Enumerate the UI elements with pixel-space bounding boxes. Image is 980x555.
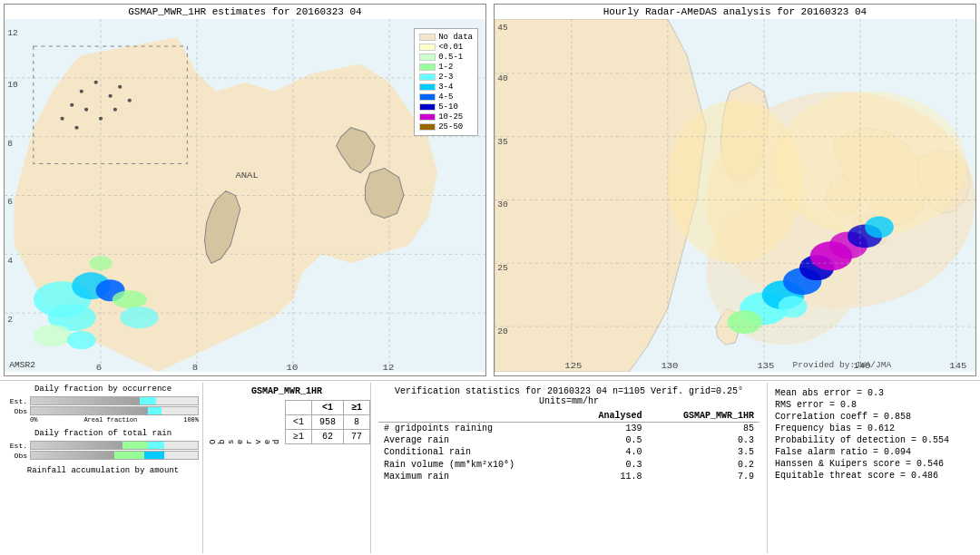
legend-color-10-25 (419, 113, 436, 121)
obs-occurrence-fill2 (148, 407, 162, 414)
svg-point-23 (94, 81, 98, 84)
obs-occurrence-row: Obs (7, 406, 199, 415)
legend-color-lt001 (419, 44, 436, 51)
svg-point-32 (113, 108, 117, 112)
obs-label-2: Obs (7, 452, 27, 460)
right-map-title: Hourly Radar-AMeDAS analysis for 2016032… (495, 5, 975, 19)
svg-point-17 (113, 290, 147, 308)
legend-label-lt001: <0.01 (438, 43, 463, 52)
verif-col-analysed: Analysed (573, 410, 647, 423)
svg-text:135: 135 (757, 360, 774, 371)
contingency-table: <1 ≥1 <1 958 8 ≥1 (285, 400, 370, 444)
verif-label-2: Conditional rain (378, 446, 573, 458)
svg-text:130: 130 (661, 360, 678, 371)
verif-label-3: Rain volume (mm*km²x10⁶) (378, 458, 573, 471)
verif-row-1: Average rain 0.5 0.3 (378, 434, 760, 446)
svg-text:ANAL: ANAL (235, 170, 258, 180)
est-totalrain-fill1 (31, 442, 122, 449)
contingency-wrapper: Observed <1 ≥1 <1 (209, 400, 365, 444)
verif-analysed-2: 4.0 (573, 446, 647, 458)
cont-row-ge1: ≥1 62 77 (286, 430, 370, 444)
est-totalrain-row: Est. (7, 441, 199, 450)
obs-label-1: Obs (7, 407, 27, 415)
freq-bias: Frequency bias = 0.612 (775, 424, 969, 433)
contingency-table-wrapper: <1 ≥1 <1 958 8 ≥1 (285, 400, 370, 444)
svg-point-28 (99, 117, 103, 121)
svg-point-31 (74, 126, 78, 130)
est-occurrence-fill2 (140, 397, 156, 404)
svg-point-20 (120, 307, 158, 328)
contingency-product-title: GSMAP_MWR_1HR (209, 386, 365, 396)
cont-cell-ge1-ge1: 77 (344, 430, 370, 444)
occurrence-chart: Est. Obs 0% Areal fraction 1 (7, 395, 199, 424)
obs-totalrain-fill2 (114, 452, 144, 459)
svg-text:35: 35 (497, 137, 507, 147)
svg-text:6: 6 (7, 198, 13, 208)
svg-point-19 (67, 331, 96, 349)
est-occurrence-bar (30, 396, 199, 405)
legend-color-4-5 (419, 93, 436, 101)
svg-text:8: 8 (192, 362, 198, 372)
obs-vertical-label: Observed (209, 400, 281, 444)
verif-label-0: # gridpoints raining (378, 423, 573, 435)
legend-lt001: <0.01 (419, 43, 473, 52)
contingency-panel: GSMAP_MWR_1HR Observed <1 ≥1 (203, 383, 371, 553)
svg-point-27 (84, 108, 88, 112)
right-map-svg: 125 130 135 140 145 20 25 30 35 40 45 Pr… (495, 19, 975, 372)
est-occurrence-fill (31, 397, 140, 404)
verification-title: Verification statistics for 20160323 04 … (378, 386, 760, 406)
svg-point-24 (108, 94, 112, 98)
cont-cell-ge1-lt1: 62 (312, 430, 344, 444)
legend-label-1-2: 1-2 (438, 63, 453, 72)
svg-point-30 (60, 117, 64, 121)
svg-point-68 (728, 310, 762, 334)
legend-label-05-1: 0.5-1 (438, 53, 463, 62)
svg-text:145: 145 (949, 360, 966, 371)
verif-product-1: 0.3 (647, 434, 760, 446)
legend-3-4: 3-4 (419, 83, 473, 92)
legend-color-05-1 (419, 54, 436, 61)
svg-point-18 (34, 325, 72, 346)
cont-row-lt1: <1 958 8 (286, 415, 370, 430)
legend-label-25-50: 25-50 (438, 122, 463, 131)
legend-4-5: 4-5 (419, 92, 473, 102)
est-label-2: Est. (7, 442, 27, 450)
svg-point-70 (865, 216, 894, 238)
verif-col-product: GSMAP_MWR_1HR (647, 410, 760, 423)
cont-obs-ge1: ≥1 (286, 430, 312, 444)
est-label-1: Est. (7, 397, 27, 405)
scores-panel: Mean abs error = 0.3 RMS error = 0.8 Cor… (768, 383, 976, 553)
verif-product-2: 3.5 (647, 446, 760, 458)
legend-label-5-10: 5-10 (438, 102, 458, 112)
est-totalrain-bar (30, 441, 199, 450)
legend-color-1-2 (419, 63, 436, 71)
cont-header-empty (286, 401, 312, 415)
obs-occurrence-fill (31, 407, 148, 414)
mean-abs-error: Mean abs error = 0.3 (775, 388, 969, 398)
left-map-panel: GSMAP_MWR_1HR estimates for 20160323 04 (4, 4, 486, 376)
legend-label-10-25: 10-25 (438, 112, 463, 122)
chart-panel: Daily fraction by occurrence Est. Obs (4, 383, 203, 553)
legend-color-25-50 (419, 123, 436, 131)
legend-1-2: 1-2 (419, 63, 473, 72)
left-map-canvas: 6 8 10 12 2 4 6 8 10 12 ANAL AMSR2 (5, 19, 485, 372)
legend-no-data: No data (419, 33, 473, 42)
legend-color-5-10 (419, 103, 436, 111)
obs-totalrain-bar (30, 451, 199, 460)
svg-text:25: 25 (497, 264, 507, 274)
total-rain-chart: Est. Obs (7, 440, 199, 461)
verif-analysed-0: 139 (573, 423, 647, 435)
hanssen-kuipers: Hanssen & Kuipers score = 0.546 (775, 459, 969, 469)
chart-title-2: Daily fraction of total rain (7, 429, 199, 438)
legend-color-2-3 (419, 73, 436, 81)
verification-table: Analysed GSMAP_MWR_1HR # gridpoints rain… (378, 410, 760, 482)
right-map-canvas: 125 130 135 140 145 20 25 30 35 40 45 Pr… (495, 19, 975, 372)
svg-text:Provided by:JWA/JMA: Provided by:JWA/JMA (793, 360, 892, 370)
verif-row-3: Rain volume (mm*km²x10⁶) 0.3 0.2 (378, 458, 760, 471)
est-occurrence-row: Est. (7, 396, 199, 405)
obs-totalrain-fill3 (144, 452, 164, 459)
verif-row-2: Conditional rain 4.0 3.5 (378, 446, 760, 458)
verif-product-0: 85 (647, 423, 760, 435)
legend-label-2-3: 2-3 (438, 73, 453, 82)
legend-label-no-data: No data (438, 33, 473, 42)
